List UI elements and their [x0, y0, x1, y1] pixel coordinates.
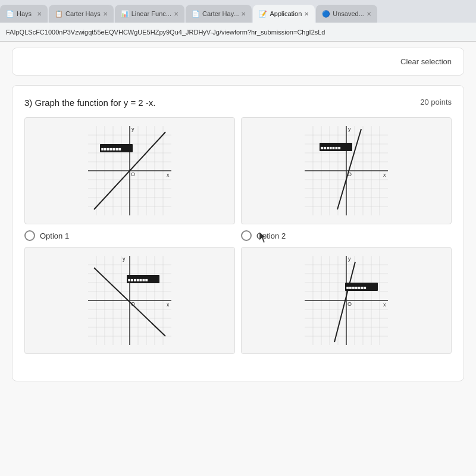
question-points: 20 points: [420, 98, 452, 107]
tab-unsaved[interactable]: 🔵 Unsaved... ✕: [316, 5, 377, 23]
graph-option2[interactable]: y x O ■■■■■■■: [241, 117, 452, 224]
browser-chrome: 📄 Hays ✕ 📋 Carter Hays ✕ 📊 Linear Func..…: [0, 0, 476, 42]
tab-label-5: Application: [270, 10, 302, 17]
svg-text:y: y: [131, 126, 134, 132]
tab-label-6: Unsaved...: [333, 10, 364, 17]
svg-text:y: y: [123, 256, 126, 262]
tab-label-4: Carter Hay...: [202, 10, 239, 17]
svg-text:■■■■■■■: ■■■■■■■: [321, 145, 341, 151]
tab-carterhay2[interactable]: 📄 Carter Hay... ✕: [186, 5, 252, 23]
tab-hay1[interactable]: 📄 Hays ✕: [0, 5, 48, 23]
tab-close-4[interactable]: ✕: [241, 11, 246, 17]
option2-radio[interactable]: [241, 230, 252, 241]
graph1-svg: y x O ■■■■■■■: [88, 126, 171, 215]
tab-icon-5: 📝: [259, 10, 267, 18]
graph-option4[interactable]: y x O ■■■■■■■: [241, 247, 452, 354]
svg-text:■■■■■■■: ■■■■■■■: [128, 277, 148, 283]
tab-close-2[interactable]: ✕: [103, 11, 108, 17]
svg-text:■■■■■■■: ■■■■■■■: [101, 146, 121, 152]
tab-label-1: Hays: [17, 10, 35, 17]
svg-marker-104: [259, 232, 266, 243]
cursor-area: [24, 357, 452, 369]
clear-selection-button[interactable]: Clear selection: [400, 57, 452, 66]
tab-icon-6: 🔵: [322, 10, 330, 18]
graph2-svg: y x O ■■■■■■■: [305, 126, 388, 215]
page-content: Clear selection 3) Graph the function fo…: [0, 42, 476, 476]
address-bar[interactable]: FAIpQLScFC1000nP3Vzwigqt55eEQVHCWgUE5HZp…: [0, 23, 476, 42]
graph-option1[interactable]: y x O ■■■■■■■: [24, 117, 235, 224]
graph4-svg: y x O ■■■■■■■: [305, 256, 388, 345]
svg-text:x: x: [383, 172, 386, 178]
tab-icon-1: 📄: [6, 10, 14, 18]
tab-icon-4: 📄: [192, 10, 200, 18]
tab-icon-2: 📋: [55, 10, 63, 18]
tab-close-1[interactable]: ✕: [37, 11, 42, 17]
option1-label[interactable]: Option 1: [24, 230, 235, 241]
graphs-top-grid: y x O ■■■■■■■: [24, 117, 452, 224]
question-header: 3) Graph the function for y = 2 -x. 20 p…: [24, 98, 452, 108]
graph-option3[interactable]: y x O ■■■■■■■: [24, 247, 235, 354]
graph3-svg: y x O ■■■■■■■: [88, 256, 171, 345]
option1-text: Option 1: [40, 231, 69, 240]
tab-close-6[interactable]: ✕: [367, 11, 371, 17]
svg-text:y: y: [348, 126, 351, 132]
tab-linearfunc[interactable]: 📊 Linear Func... ✕: [115, 5, 184, 23]
tab-bar: 📄 Hays ✕ 📋 Carter Hays ✕ 📊 Linear Func..…: [0, 0, 476, 23]
mouse-cursor: [259, 232, 268, 244]
tab-close-3[interactable]: ✕: [174, 11, 178, 17]
address-text: FAIpQLScFC1000nP3Vzwigqt55eEQVHCWgUE5HZp…: [6, 29, 325, 36]
tab-icon-3: 📊: [121, 10, 129, 18]
svg-text:■■■■■■■: ■■■■■■■: [346, 285, 367, 290]
option1-radio[interactable]: [24, 230, 35, 241]
option2-label[interactable]: Option 2: [241, 230, 452, 241]
options-row-1: Option 1 Option 2: [24, 230, 452, 241]
svg-text:O: O: [347, 301, 352, 307]
tab-label-3: Linear Func...: [131, 10, 171, 17]
tab-carterhay1[interactable]: 📋 Carter Hays ✕: [49, 5, 114, 23]
clear-selection-area: Clear selection: [12, 48, 464, 76]
tab-close-5[interactable]: ✕: [304, 11, 309, 17]
svg-text:O: O: [131, 171, 135, 177]
svg-text:x: x: [167, 302, 170, 308]
graphs-bottom-grid: y x O ■■■■■■■: [24, 247, 452, 354]
tab-label-2: Carter Hays: [65, 10, 101, 17]
question-text: 3) Graph the function for y = 2 -x.: [24, 98, 156, 108]
svg-text:x: x: [167, 172, 170, 178]
tab-application[interactable]: 📝 Application ✕: [253, 5, 315, 23]
svg-text:y: y: [348, 256, 351, 262]
svg-text:x: x: [383, 302, 386, 308]
question-card: 3) Graph the function for y = 2 -x. 20 p…: [12, 85, 464, 381]
